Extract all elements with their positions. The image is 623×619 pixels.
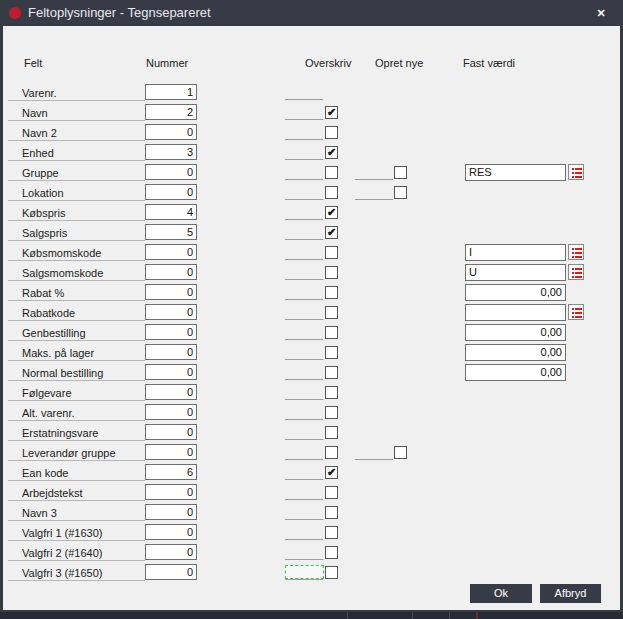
overwrite-field-underline	[285, 519, 323, 520]
field-number-input[interactable]: 0	[145, 444, 197, 460]
field-row: Gruppe 0 RES	[0, 164, 623, 184]
fixed-value-input[interactable]: 0,00	[465, 364, 566, 381]
field-number-input[interactable]: 0	[145, 324, 197, 340]
lookup-list-icon[interactable]	[568, 164, 584, 180]
overwrite-checkbox[interactable]	[325, 306, 338, 319]
field-number-input[interactable]: 0	[145, 544, 197, 560]
fixed-value-input[interactable]: 0,00	[465, 344, 566, 361]
focused-field-indicator[interactable]	[285, 565, 324, 579]
row-separator	[8, 540, 145, 541]
overwrite-field-underline	[285, 99, 323, 100]
overwrite-checkbox[interactable]: ✔	[325, 226, 338, 239]
titlebar: Feltoplysninger - Tegnsepareret ✕	[0, 0, 623, 26]
field-number-input[interactable]: 0	[145, 244, 197, 260]
overwrite-checkbox[interactable]	[325, 566, 338, 579]
row-separator	[8, 380, 145, 381]
overwrite-field-underline	[285, 239, 323, 240]
field-label: Navn 2	[22, 127, 57, 139]
row-separator	[8, 120, 145, 121]
header-overskriv: Overskriv	[305, 57, 351, 69]
field-number-input[interactable]: 0	[145, 424, 197, 440]
overwrite-checkbox[interactable]	[325, 386, 338, 399]
row-separator	[8, 440, 145, 441]
overwrite-checkbox[interactable]: ✔	[325, 106, 338, 119]
overwrite-checkbox[interactable]	[325, 286, 338, 299]
field-number-input[interactable]: 0	[145, 304, 197, 320]
fixed-value-input[interactable]	[465, 304, 566, 321]
overwrite-checkbox[interactable]	[325, 326, 338, 339]
field-label: Rabat %	[22, 287, 64, 299]
field-number-input[interactable]: 6	[145, 464, 197, 480]
overwrite-checkbox[interactable]	[325, 426, 338, 439]
overwrite-checkbox[interactable]: ✔	[325, 466, 338, 479]
field-number-input[interactable]: 0	[145, 484, 197, 500]
create-new-checkbox[interactable]	[394, 186, 407, 199]
field-label: Genbestilling	[22, 327, 86, 339]
field-row: Valgfri 3 (#1650) 0	[0, 564, 623, 584]
field-number-input[interactable]: 0	[145, 184, 197, 200]
field-row: Rabat % 0 0,00	[0, 284, 623, 304]
field-row: Salgsmomskode 0 U	[0, 264, 623, 284]
overwrite-checkbox[interactable]	[325, 266, 338, 279]
overwrite-checkbox[interactable]	[325, 166, 338, 179]
row-separator	[8, 320, 145, 321]
create-new-checkbox[interactable]	[394, 446, 407, 459]
overwrite-checkbox[interactable]	[325, 346, 338, 359]
field-number-input[interactable]: 0	[145, 344, 197, 360]
overwrite-checkbox[interactable]: ✔	[325, 146, 338, 159]
field-number-input[interactable]: 0	[145, 264, 197, 280]
row-separator	[8, 160, 145, 161]
row-separator	[8, 180, 145, 181]
overwrite-field-underline	[285, 439, 323, 440]
ok-button[interactable]: Ok	[470, 584, 532, 603]
overwrite-checkbox[interactable]	[325, 366, 338, 379]
create-new-field-underline	[355, 199, 393, 200]
fixed-value-input[interactable]: RES	[465, 164, 566, 181]
overwrite-checkbox[interactable]: ✔	[325, 206, 338, 219]
row-separator	[8, 460, 145, 461]
field-number-input[interactable]: 0	[145, 364, 197, 380]
create-new-checkbox[interactable]	[394, 166, 407, 179]
field-number-input[interactable]: 0	[145, 524, 197, 540]
fixed-value-input[interactable]: 0,00	[465, 324, 566, 341]
field-number-input[interactable]: 2	[145, 104, 197, 120]
header-opret-nye: Opret nye	[375, 57, 423, 69]
overwrite-field-underline	[285, 279, 323, 280]
lookup-list-icon[interactable]	[568, 244, 584, 260]
overwrite-checkbox[interactable]	[325, 126, 338, 139]
field-number-input[interactable]: 0	[145, 504, 197, 520]
overwrite-checkbox[interactable]	[325, 526, 338, 539]
field-number-input[interactable]: 4	[145, 204, 197, 220]
overwrite-checkbox[interactable]	[325, 446, 338, 459]
close-icon[interactable]: ✕	[588, 0, 614, 26]
window-title: Feltoplysninger - Tegnsepareret	[28, 0, 211, 26]
fixed-value-input[interactable]: I	[465, 244, 566, 261]
field-number-input[interactable]: 0	[145, 564, 197, 580]
field-row: Rabatkode 0	[0, 304, 623, 324]
fixed-value-input[interactable]: 0,00	[465, 284, 566, 301]
overwrite-checkbox[interactable]	[325, 406, 338, 419]
field-number-input[interactable]: 0	[145, 284, 197, 300]
lookup-list-icon[interactable]	[568, 304, 584, 320]
lookup-list-icon[interactable]	[568, 264, 584, 280]
field-number-input[interactable]: 3	[145, 144, 197, 160]
overwrite-checkbox[interactable]	[325, 246, 338, 259]
overwrite-checkbox[interactable]	[325, 546, 338, 559]
field-number-input[interactable]: 0	[145, 404, 197, 420]
overwrite-checkbox[interactable]	[325, 506, 338, 519]
overwrite-field-underline	[285, 219, 323, 220]
field-number-input[interactable]: 5	[145, 224, 197, 240]
row-separator	[8, 220, 145, 221]
cancel-button[interactable]: Afbryd	[540, 584, 601, 603]
row-separator	[8, 480, 145, 481]
fixed-value-input[interactable]: U	[465, 264, 566, 281]
field-number-input[interactable]: 0	[145, 164, 197, 180]
field-number-input[interactable]: 0	[145, 124, 197, 140]
overwrite-checkbox[interactable]	[325, 186, 338, 199]
overwrite-field-underline	[285, 359, 323, 360]
overwrite-field-underline	[285, 459, 323, 460]
field-number-input[interactable]: 1	[145, 84, 197, 100]
background-red-mark	[476, 612, 478, 619]
overwrite-checkbox[interactable]	[325, 486, 338, 499]
field-number-input[interactable]: 0	[145, 384, 197, 400]
